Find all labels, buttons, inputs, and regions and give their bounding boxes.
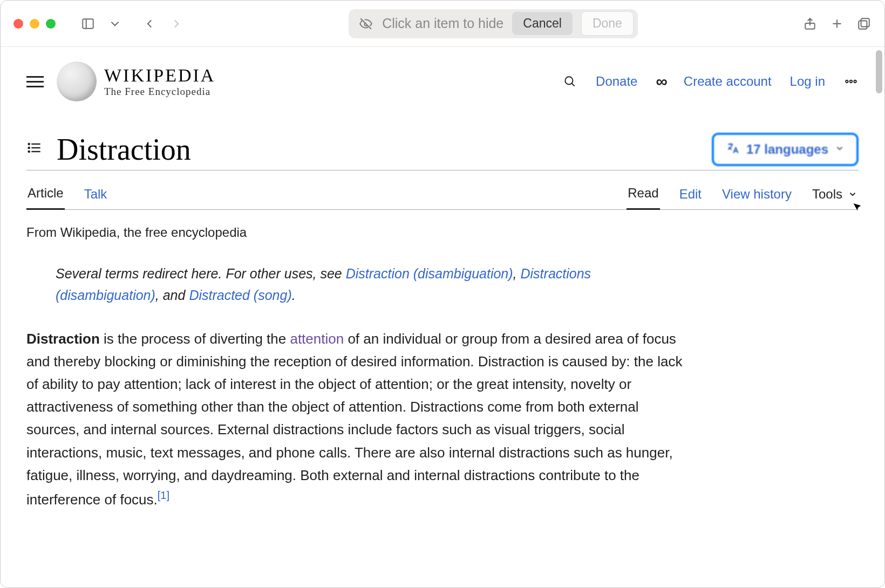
mouse-cursor-icon (851, 200, 866, 217)
svg-rect-17 (31, 151, 40, 152)
browser-window: Click an item to hide Cancel Done (0, 0, 885, 588)
header-right: Donate ∞ Create account Log in (562, 72, 859, 91)
hatnote-prefix: Several terms redirect here. For other u… (56, 266, 346, 281)
svg-point-12 (28, 142, 30, 145)
sidebar-toggle-icon[interactable] (80, 16, 96, 31)
appearance-icon[interactable]: ∞ (656, 72, 665, 91)
wikipedia-page: WIKIPEDIA The Free Encyclopedia Donate ∞… (1, 47, 884, 532)
vertical-scrollbar[interactable] (876, 50, 882, 93)
minimize-window-button[interactable] (30, 19, 39, 29)
wikipedia-tagline: The Free Encyclopedia (104, 86, 215, 98)
hide-items-prompt: Click an item to hide (382, 16, 503, 31)
svg-point-9 (846, 80, 848, 83)
share-icon[interactable] (802, 16, 818, 31)
donate-link[interactable]: Donate (596, 74, 637, 89)
language-count-label: 17 languages (746, 142, 828, 157)
hide-cancel-button[interactable]: Cancel (512, 12, 573, 35)
sidebar-menu-chevron-icon[interactable] (107, 16, 122, 31)
svg-point-10 (850, 80, 852, 83)
svg-rect-5 (861, 18, 869, 26)
from-wikipedia-line: From Wikipedia, the free encyclopedia (26, 225, 859, 240)
title-row: Distraction 17 languages (26, 132, 859, 167)
tab-edit[interactable]: Edit (678, 179, 703, 209)
close-window-button[interactable] (13, 19, 23, 29)
wikipedia-logo[interactable]: WIKIPEDIA The Free Encyclopedia (57, 61, 215, 101)
zoom-window-button[interactable] (46, 19, 56, 29)
hide-eye-icon (358, 16, 373, 31)
forward-button-icon[interactable] (169, 16, 184, 31)
svg-rect-6 (859, 20, 867, 29)
page-tabs: Article Talk Read Edit View history Tool… (26, 178, 859, 210)
language-selector-button[interactable]: 17 languages (712, 133, 859, 166)
page-title: Distraction (57, 132, 191, 167)
reference-1[interactable]: [1] (158, 489, 169, 501)
lead-t1: is the process of diverting the (100, 331, 290, 347)
title-divider (26, 170, 859, 170)
more-menu-icon[interactable] (843, 74, 859, 89)
svg-rect-15 (31, 147, 40, 148)
toc-toggle-icon[interactable] (26, 140, 42, 159)
main-menu-icon[interactable] (26, 76, 44, 87)
create-account-link[interactable]: Create account (684, 74, 772, 89)
svg-point-11 (854, 80, 856, 83)
svg-rect-13 (31, 143, 40, 144)
tools-label: Tools (812, 187, 842, 202)
new-tab-icon[interactable] (829, 16, 845, 31)
tab-overview-icon[interactable] (856, 16, 872, 31)
wikipedia-wordmark: WIKIPEDIA The Free Encyclopedia (104, 65, 215, 98)
hatnote-link-3[interactable]: Distracted (song) (189, 288, 291, 303)
hide-items-bar: Click an item to hide Cancel Done (349, 9, 638, 38)
back-button-icon[interactable] (142, 16, 157, 31)
wikipedia-globe-icon (57, 61, 97, 101)
hatnote: Several terms redirect here. For other u… (56, 263, 692, 306)
svg-point-7 (565, 77, 573, 84)
translate-icon (726, 141, 740, 158)
hatnote-suffix: . (292, 288, 296, 303)
hatnote-sep1: , (513, 266, 521, 281)
link-attention[interactable]: attention (290, 331, 344, 347)
lead-paragraph: Distraction is the process of diverting … (26, 327, 690, 511)
search-icon[interactable] (562, 74, 577, 89)
tab-article[interactable]: Article (26, 178, 65, 210)
svg-rect-0 (83, 19, 93, 28)
log-in-link[interactable]: Log in (790, 74, 825, 89)
tab-talk[interactable]: Talk (83, 179, 108, 209)
svg-line-8 (572, 83, 575, 86)
lead-bold-term: Distraction (26, 331, 100, 347)
hatnote-sep2: , and (155, 288, 189, 303)
browser-toolbar: Click an item to hide Cancel Done (1, 1, 884, 47)
window-controls (13, 19, 56, 29)
hide-done-button[interactable]: Done (581, 11, 634, 36)
svg-point-16 (28, 150, 30, 153)
tab-read[interactable]: Read (627, 178, 659, 210)
svg-point-14 (28, 146, 30, 149)
wiki-header: WIKIPEDIA The Free Encyclopedia Donate ∞… (26, 57, 859, 106)
lead-t2: of an individual or group from a desired… (26, 331, 682, 507)
tab-view-history[interactable]: View history (721, 179, 793, 209)
hatnote-link-1[interactable]: Distraction (disambiguation) (346, 266, 513, 281)
chevron-down-icon (835, 143, 845, 155)
content-viewport: WIKIPEDIA The Free Encyclopedia Donate ∞… (1, 47, 884, 588)
wikipedia-name: WIKIPEDIA (104, 65, 215, 86)
